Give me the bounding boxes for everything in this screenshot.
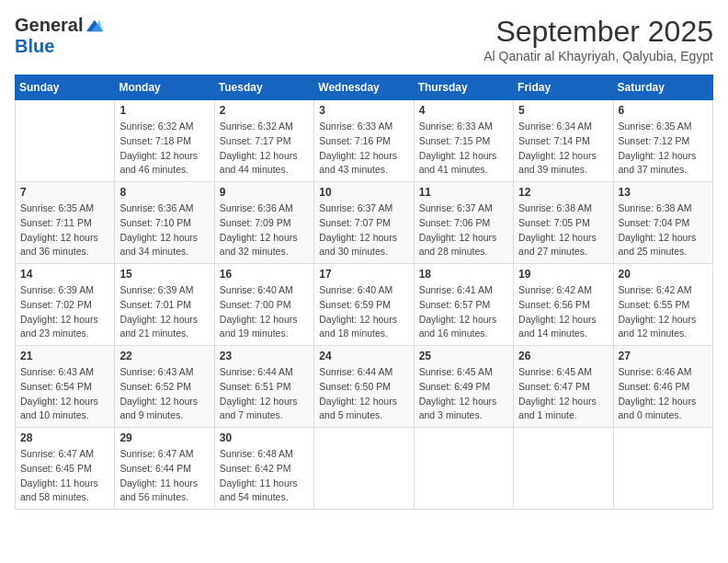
- day-number: 12: [518, 186, 608, 199]
- weekday-header: Friday: [514, 75, 613, 100]
- calendar-cell: 1Sunrise: 6:32 AM Sunset: 7:18 PM Daylig…: [115, 100, 214, 182]
- day-number: 16: [220, 268, 309, 281]
- calendar-cell: 20Sunrise: 6:42 AM Sunset: 6:55 PM Dayli…: [613, 264, 712, 346]
- title-block: September 2025 Al Qanatir al Khayriyah, …: [483, 15, 713, 63]
- day-info: Sunrise: 6:40 AM Sunset: 6:59 PM Dayligh…: [319, 283, 408, 341]
- day-number: 1: [119, 104, 209, 117]
- day-number: 5: [518, 104, 608, 117]
- weekday-header: Saturday: [613, 75, 712, 100]
- calendar-cell: 23Sunrise: 6:44 AM Sunset: 6:51 PM Dayli…: [214, 346, 313, 428]
- day-number: 2: [220, 104, 309, 117]
- day-info: Sunrise: 6:46 AM Sunset: 6:46 PM Dayligh…: [619, 365, 708, 423]
- day-number: 22: [119, 350, 209, 362]
- day-info: Sunrise: 6:45 AM Sunset: 6:47 PM Dayligh…: [518, 365, 608, 423]
- calendar-cell: 29Sunrise: 6:47 AM Sunset: 6:44 PM Dayli…: [115, 428, 214, 510]
- calendar-cell: [16, 100, 115, 182]
- day-number: 4: [419, 104, 508, 117]
- day-info: Sunrise: 6:39 AM Sunset: 7:01 PM Dayligh…: [119, 283, 209, 341]
- day-number: 23: [220, 350, 309, 362]
- day-number: 18: [419, 268, 508, 281]
- day-number: 20: [619, 268, 708, 281]
- day-info: Sunrise: 6:44 AM Sunset: 6:51 PM Dayligh…: [220, 365, 309, 423]
- calendar-cell: 5Sunrise: 6:34 AM Sunset: 7:14 PM Daylig…: [514, 100, 613, 182]
- day-info: Sunrise: 6:43 AM Sunset: 6:52 PM Dayligh…: [119, 365, 209, 423]
- day-number: 8: [119, 186, 209, 199]
- day-number: 21: [20, 350, 109, 362]
- day-info: Sunrise: 6:33 AM Sunset: 7:15 PM Dayligh…: [419, 120, 508, 178]
- calendar-cell: 11Sunrise: 6:37 AM Sunset: 7:06 PM Dayli…: [414, 182, 513, 264]
- day-info: Sunrise: 6:42 AM Sunset: 6:55 PM Dayligh…: [619, 283, 708, 341]
- logo-general: General: [15, 15, 83, 36]
- calendar-cell: [613, 428, 712, 510]
- calendar-cell: 13Sunrise: 6:38 AM Sunset: 7:04 PM Dayli…: [613, 182, 712, 264]
- calendar-cell: 19Sunrise: 6:42 AM Sunset: 6:56 PM Dayli…: [514, 264, 613, 346]
- location: Al Qanatir al Khayriyah, Qalyubia, Egypt: [483, 49, 713, 63]
- day-info: Sunrise: 6:34 AM Sunset: 7:14 PM Dayligh…: [518, 120, 608, 178]
- calendar-cell: 30Sunrise: 6:48 AM Sunset: 6:42 PM Dayli…: [214, 428, 313, 510]
- day-info: Sunrise: 6:36 AM Sunset: 7:09 PM Dayligh…: [220, 201, 309, 259]
- calendar-header: SundayMondayTuesdayWednesdayThursdayFrid…: [16, 75, 713, 100]
- logo-icon: [85, 17, 103, 35]
- weekday-header: Sunday: [16, 75, 115, 100]
- calendar-week-row: 14Sunrise: 6:39 AM Sunset: 7:02 PM Dayli…: [16, 264, 713, 346]
- calendar-cell: 4Sunrise: 6:33 AM Sunset: 7:15 PM Daylig…: [414, 100, 513, 182]
- day-number: 15: [119, 268, 209, 281]
- calendar-cell: 24Sunrise: 6:44 AM Sunset: 6:50 PM Dayli…: [314, 346, 414, 428]
- day-info: Sunrise: 6:47 AM Sunset: 6:44 PM Dayligh…: [119, 447, 209, 505]
- day-number: 30: [220, 431, 309, 444]
- month-title: September 2025: [483, 15, 713, 49]
- calendar-cell: 26Sunrise: 6:45 AM Sunset: 6:47 PM Dayli…: [514, 346, 613, 428]
- day-number: 7: [20, 186, 109, 199]
- day-number: 9: [220, 186, 309, 199]
- calendar-week-row: 28Sunrise: 6:47 AM Sunset: 6:45 PM Dayli…: [16, 428, 713, 510]
- calendar-cell: 2Sunrise: 6:32 AM Sunset: 7:17 PM Daylig…: [214, 100, 313, 182]
- calendar-cell: 18Sunrise: 6:41 AM Sunset: 6:57 PM Dayli…: [414, 264, 513, 346]
- day-info: Sunrise: 6:39 AM Sunset: 7:02 PM Dayligh…: [20, 283, 109, 341]
- day-info: Sunrise: 6:47 AM Sunset: 6:45 PM Dayligh…: [20, 447, 109, 505]
- calendar-cell: 14Sunrise: 6:39 AM Sunset: 7:02 PM Dayli…: [16, 264, 115, 346]
- calendar-cell: 21Sunrise: 6:43 AM Sunset: 6:54 PM Dayli…: [16, 346, 115, 428]
- day-number: 11: [419, 186, 508, 199]
- weekday-header: Wednesday: [314, 75, 414, 100]
- day-info: Sunrise: 6:44 AM Sunset: 6:50 PM Dayligh…: [319, 365, 408, 423]
- day-number: 27: [619, 350, 708, 362]
- weekday-header: Monday: [115, 75, 214, 100]
- calendar-cell: 22Sunrise: 6:43 AM Sunset: 6:52 PM Dayli…: [115, 346, 214, 428]
- day-info: Sunrise: 6:42 AM Sunset: 6:56 PM Dayligh…: [518, 283, 608, 341]
- calendar-cell: 16Sunrise: 6:40 AM Sunset: 7:00 PM Dayli…: [214, 264, 313, 346]
- calendar-cell: 9Sunrise: 6:36 AM Sunset: 7:09 PM Daylig…: [214, 182, 313, 264]
- day-info: Sunrise: 6:45 AM Sunset: 6:49 PM Dayligh…: [419, 365, 508, 423]
- day-info: Sunrise: 6:35 AM Sunset: 7:12 PM Dayligh…: [619, 120, 708, 178]
- day-info: Sunrise: 6:38 AM Sunset: 7:04 PM Dayligh…: [619, 201, 708, 259]
- calendar-cell: 3Sunrise: 6:33 AM Sunset: 7:16 PM Daylig…: [314, 100, 414, 182]
- day-info: Sunrise: 6:37 AM Sunset: 7:06 PM Dayligh…: [419, 201, 508, 259]
- calendar-cell: 6Sunrise: 6:35 AM Sunset: 7:12 PM Daylig…: [613, 100, 712, 182]
- day-info: Sunrise: 6:35 AM Sunset: 7:11 PM Dayligh…: [20, 201, 109, 259]
- day-info: Sunrise: 6:36 AM Sunset: 7:10 PM Dayligh…: [119, 201, 209, 259]
- calendar-cell: [314, 428, 414, 510]
- day-info: Sunrise: 6:32 AM Sunset: 7:18 PM Dayligh…: [119, 120, 209, 178]
- day-number: 28: [20, 431, 109, 444]
- day-info: Sunrise: 6:37 AM Sunset: 7:07 PM Dayligh…: [319, 201, 408, 259]
- day-number: 3: [319, 104, 408, 117]
- calendar-cell: 27Sunrise: 6:46 AM Sunset: 6:46 PM Dayli…: [613, 346, 712, 428]
- day-info: Sunrise: 6:38 AM Sunset: 7:05 PM Dayligh…: [518, 201, 608, 259]
- day-number: 24: [319, 350, 408, 362]
- day-number: 17: [319, 268, 408, 281]
- day-info: Sunrise: 6:32 AM Sunset: 7:17 PM Dayligh…: [220, 120, 309, 178]
- logo-blue: Blue: [15, 36, 54, 57]
- day-info: Sunrise: 6:41 AM Sunset: 6:57 PM Dayligh…: [419, 283, 508, 341]
- calendar-cell: 7Sunrise: 6:35 AM Sunset: 7:11 PM Daylig…: [16, 182, 115, 264]
- day-number: 26: [518, 350, 608, 362]
- calendar-week-row: 7Sunrise: 6:35 AM Sunset: 7:11 PM Daylig…: [16, 182, 713, 264]
- day-number: 14: [20, 268, 109, 281]
- day-info: Sunrise: 6:33 AM Sunset: 7:16 PM Dayligh…: [319, 120, 408, 178]
- day-number: 13: [619, 186, 708, 199]
- day-info: Sunrise: 6:43 AM Sunset: 6:54 PM Dayligh…: [20, 365, 109, 423]
- day-info: Sunrise: 6:48 AM Sunset: 6:42 PM Dayligh…: [220, 447, 309, 505]
- calendar-body: 1Sunrise: 6:32 AM Sunset: 7:18 PM Daylig…: [16, 100, 713, 510]
- calendar-cell: [514, 428, 613, 510]
- calendar: SundayMondayTuesdayWednesdayThursdayFrid…: [15, 75, 713, 510]
- calendar-cell: 10Sunrise: 6:37 AM Sunset: 7:07 PM Dayli…: [314, 182, 414, 264]
- logo: General Blue: [15, 15, 103, 57]
